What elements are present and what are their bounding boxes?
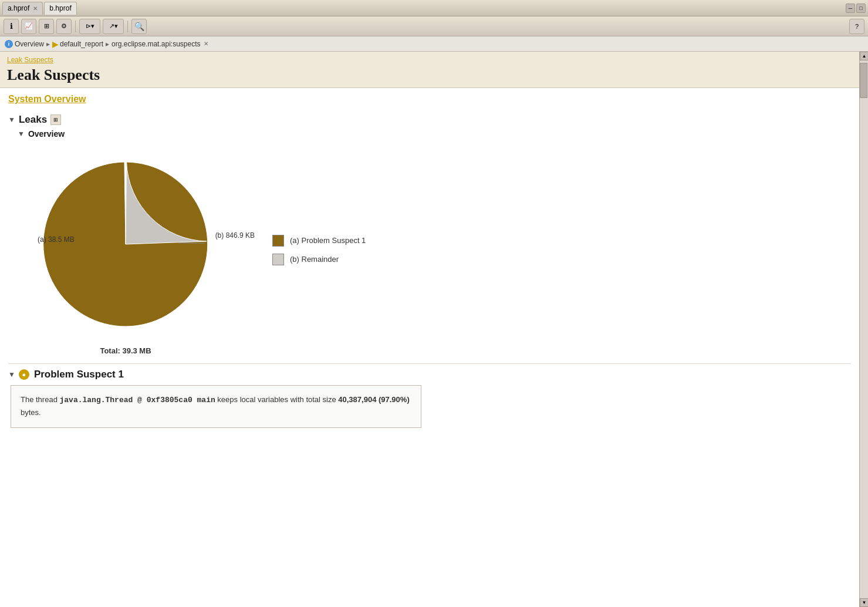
breadcrumb-bar: i Overview ▸ ▶ default_report ▸ org.ecli… xyxy=(0,36,868,52)
pie-total-label: Total: 39.3 MB xyxy=(100,346,151,355)
problem-suspect-box: The thread java.lang.Thread @ 0xf3805ca0… xyxy=(11,385,421,428)
legend-item-b: (b) Remainder xyxy=(272,254,366,265)
report-icon: ▶ xyxy=(52,39,59,49)
chart-button[interactable]: 📈 xyxy=(21,19,36,34)
export-button[interactable]: ↗▾ xyxy=(103,19,124,34)
content-body: System Overview ▼ Leaks ⊞ ▼ Overview xyxy=(0,88,859,434)
breadcrumb-report-label: default_report xyxy=(60,40,103,48)
legend-item-a: (a) Problem Suspect 1 xyxy=(272,235,366,247)
settings-button[interactable]: ⚙ xyxy=(56,19,72,34)
breadcrumb-overview[interactable]: i Overview xyxy=(5,40,44,48)
minimize-button[interactable]: ─ xyxy=(846,4,855,13)
tab-a[interactable]: a.hprof ✕ xyxy=(2,2,43,15)
toolbar: ℹ 📈 ⊞ ⚙ ⊳▾ ↗▾ 🔍 ? xyxy=(0,16,868,36)
nav-button[interactable]: ⊳▾ xyxy=(79,19,100,34)
legend-color-b xyxy=(272,254,284,265)
pie-label-a-text: (a) 38.5 MB xyxy=(38,235,75,244)
search-button[interactable]: 🔍 xyxy=(131,19,147,34)
separator-2 xyxy=(127,21,128,32)
problem-code-2: 40,387,904 (97.90%) xyxy=(338,395,409,404)
problem-suspect-icon: ● xyxy=(19,369,29,380)
overview-subsection-header: ▼ Overview xyxy=(18,129,851,139)
tab-a-close[interactable]: ✕ xyxy=(33,5,38,12)
leaks-section-header: ▼ Leaks ⊞ xyxy=(8,114,851,126)
page-breadcrumb-link[interactable]: Leak Suspects xyxy=(7,56,53,64)
pie-chart-svg xyxy=(26,150,225,338)
help-button[interactable]: ? xyxy=(849,19,864,34)
table-button[interactable]: ⊞ xyxy=(39,19,54,34)
content-area: Leak Suspects Leak Suspects System Overv… xyxy=(0,52,859,607)
problem-suspect-header: ▼ ● Problem Suspect 1 xyxy=(8,369,851,380)
tab-a-label: a.hprof xyxy=(8,4,29,12)
breadcrumb-sep-1: ▸ xyxy=(46,40,50,48)
overview-subsection-title: Overview xyxy=(28,129,65,139)
chart-container: (a) 38.5 MB (b) 846.9 KB Total: 39.3 MB xyxy=(26,144,851,355)
pie-label-b: (b) 846.9 KB xyxy=(215,231,255,240)
chart-legend: (a) Problem Suspect 1 (b) Remainder xyxy=(272,235,366,265)
scroll-track-v[interactable] xyxy=(860,60,868,598)
pie-label-a: (a) 38.5 MB xyxy=(38,235,75,244)
scroll-down-button[interactable]: ▼ xyxy=(860,598,868,607)
problem-description-middle: keeps local variables with total size xyxy=(215,395,339,404)
problem-suspect-title: Problem Suspect 1 xyxy=(34,369,124,380)
separator-1 xyxy=(75,21,76,32)
info-button[interactable]: ℹ xyxy=(4,19,19,34)
overview-icon: i xyxy=(5,40,13,48)
breadcrumb-suspects-label: org.eclipse.mat.api:suspects xyxy=(112,40,200,48)
breadcrumb-suspects-close[interactable]: ✕ xyxy=(204,41,208,47)
breadcrumb-suspects[interactable]: org.eclipse.mat.api:suspects ✕ xyxy=(112,40,208,48)
problem-collapse-arrow[interactable]: ▼ xyxy=(8,370,15,379)
breadcrumb-overview-label: Overview xyxy=(15,40,44,48)
page-title: Leak Suspects xyxy=(7,66,852,84)
problem-description-prefix: The thread xyxy=(21,395,60,404)
overview-collapse-arrow[interactable]: ▼ xyxy=(18,130,25,138)
pie-label-b-text: (b) 846.9 KB xyxy=(215,231,255,240)
legend-label-b: (b) Remainder xyxy=(290,255,339,264)
leaks-section-title: Leaks xyxy=(19,114,47,126)
legend-label-a: (a) Problem Suspect 1 xyxy=(290,236,366,245)
pie-chart-wrapper: (a) 38.5 MB (b) 846.9 KB Total: 39.3 MB xyxy=(26,144,225,355)
leaks-section-icon[interactable]: ⊞ xyxy=(50,114,61,125)
page-header: Leak Suspects Leak Suspects xyxy=(0,52,859,88)
scroll-thumb-v[interactable] xyxy=(860,63,867,98)
leaks-collapse-arrow[interactable]: ▼ xyxy=(8,116,15,124)
problem-suspect-section: ▼ ● Problem Suspect 1 The thread java.la… xyxy=(8,363,851,428)
vertical-scrollbar[interactable]: ▲ ▼ xyxy=(859,52,868,607)
system-overview-link[interactable]: System Overview xyxy=(8,94,86,104)
main-area: Leak Suspects Leak Suspects System Overv… xyxy=(0,52,868,607)
tab-b-label: b.hprof xyxy=(49,4,71,12)
restore-button[interactable]: □ xyxy=(856,4,866,13)
scroll-up-button[interactable]: ▲ xyxy=(860,52,868,60)
problem-description-suffix: bytes. xyxy=(21,408,41,417)
legend-color-a xyxy=(272,235,284,247)
pie-labels-container: (a) 38.5 MB (b) 846.9 KB xyxy=(26,144,225,344)
breadcrumb-default-report[interactable]: ▶ default_report xyxy=(52,39,103,49)
breadcrumb-sep-2: ▸ xyxy=(106,40,109,48)
tab-b[interactable]: b.hprof xyxy=(44,2,76,15)
title-bar: a.hprof ✕ b.hprof ─ □ xyxy=(0,0,868,16)
problem-code-1: java.lang.Thread @ 0xf3805ca0 main xyxy=(60,396,215,404)
